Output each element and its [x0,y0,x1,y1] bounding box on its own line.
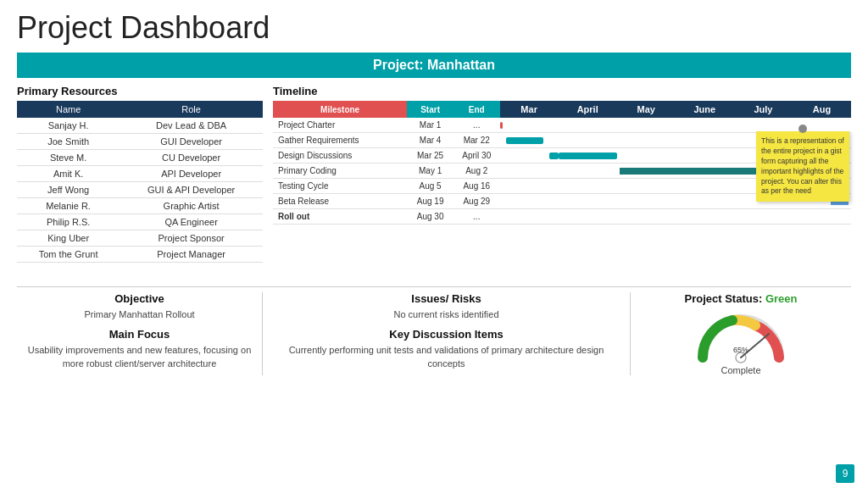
milestone-header: Milestone [273,101,407,118]
objective-text: Primary Manhattan Rollout [25,308,253,321]
end-cell: Aug 29 [453,194,500,209]
main-focus-text: Usability improvements and new features,… [25,344,253,370]
end-cell: Aug 2 [453,164,500,179]
end-cell: April 30 [453,148,500,164]
milestone-cell: Roll out [273,209,407,225]
resource-role: Project Sponsor [120,230,263,247]
resource-name: Philip R.S. [17,214,120,230]
resource-name: Joe Smith [17,134,120,150]
issues-title: Issues/ Risks [280,292,613,305]
gantt-cell [500,148,559,164]
gantt-cell [617,118,676,133]
gantt-cell [676,118,734,133]
gantt-cell [500,118,559,133]
resource-row: Melanie R.Graphic Artist [17,198,263,214]
sticky-note: This is a representation of the entire p… [756,131,849,202]
gantt-cell [500,133,559,148]
resource-name: Jeff Wong [17,182,120,198]
resource-row: King UberProject Sponsor [17,230,263,247]
timeline-row: Project Charter Mar 1 ... [273,118,851,133]
gantt-cell [676,209,734,225]
gantt-cell [617,194,676,209]
resource-role: API Developer [120,166,263,182]
resource-role: GUI & API Developer [120,182,263,198]
page-title: Project Dashboard [17,10,851,46]
bottom-content: Objective Primary Manhattan Rollout Main… [17,286,851,375]
sticky-note-text: This is a representation of the entire p… [761,136,844,195]
milestone-cell: Project Charter [273,118,407,133]
col-role-header: Role [120,101,263,118]
resource-row: Amit K.API Developer [17,166,263,182]
key-discussion-title: Key Discussion Items [280,328,613,341]
month-header: Mar [500,101,559,118]
resource-row: Steve M.CU Developer [17,150,263,166]
resources-title: Primary Resources [17,85,263,97]
resource-role: CU Developer [120,150,263,166]
gauge-container: 65% Complete [639,308,843,375]
milestone-cell: Testing Cycle [273,179,407,194]
end-cell: Mar 22 [453,133,500,148]
gantt-cell [676,194,734,209]
resource-row: Tom the GruntProject Manager [17,247,263,263]
resources-table: Name Role Sanjay H.Dev Lead & DBAJoe Smi… [17,101,263,263]
gantt-cell [676,179,734,194]
resource-row: Joe SmithGUI Developer [17,134,263,150]
bottom-right: Project Status: Green [631,292,851,375]
start-cell: Mar 1 [407,118,453,133]
resource-name: Amit K. [17,166,120,182]
gantt-cell [559,209,617,225]
resource-role: GUI Developer [120,134,263,150]
gantt-cell [500,209,559,225]
gantt-cell [793,209,851,225]
gauge-label: Complete [721,365,760,375]
gantt-cell [676,148,734,164]
start-cell: Aug 5 [407,179,453,194]
month-header: Aug [793,101,851,118]
gantt-cell [559,148,617,164]
timeline-title: Timeline [273,85,851,97]
gantt-cell [734,118,793,133]
start-cell: Mar 25 [407,148,453,164]
page: Project Dashboard Project: Manhattan Pri… [0,0,868,488]
gantt-cell [617,148,676,164]
milestone-cell: Gather Requirements [273,133,407,148]
main-content: Primary Resources Name Role Sanjay H.Dev… [17,85,851,280]
gantt-cell [676,133,734,148]
month-header: May [617,101,676,118]
month-header: June [676,101,734,118]
month-header: July [734,101,793,118]
start-cell: Mar 4 [407,133,453,148]
resource-name: Steve M. [17,150,120,166]
end-cell: Aug 16 [453,179,500,194]
gauge-chart: 65% [694,308,787,363]
timeline-row: Roll out Aug 30 ... [273,209,851,225]
gantt-cell [617,179,676,194]
resource-role: Graphic Artist [120,198,263,214]
gantt-cell [559,179,617,194]
col-name-header: Name [17,101,120,118]
timeline-section: Timeline Milestone Start End MarAprilMay… [273,85,851,280]
gantt-cell [559,164,617,179]
pin-icon [798,125,807,133]
month-header: April [559,101,617,118]
gantt-cell [734,209,793,225]
milestone-cell: Design Discussions [273,148,407,164]
key-discussion-text: Currently performing unit tests and vali… [280,344,613,370]
milestone-cell: Primary Coding [273,164,407,179]
end-cell: ... [453,209,500,225]
resource-row: Jeff WongGUI & API Developer [17,182,263,198]
gantt-cell [500,164,559,179]
resource-role: Project Manager [120,247,263,263]
gantt-cell [500,179,559,194]
bottom-middle: Issues/ Risks No current risks identifie… [263,292,631,375]
start-header: Start [407,101,453,118]
gantt-cell [559,194,617,209]
project-name: Project: Manhattan [373,58,495,72]
gantt-cell [617,164,676,179]
gantt-cell [500,194,559,209]
issues-text: No current risks identified [280,308,613,321]
start-cell: Aug 19 [407,194,453,209]
resource-role: QA Engineer [120,214,263,230]
gantt-cell [617,133,676,148]
gantt-cell [617,209,676,225]
